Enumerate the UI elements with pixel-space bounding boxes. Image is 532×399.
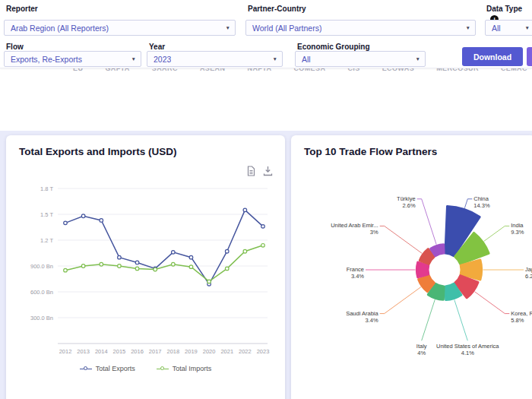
data-point[interactable] [81,214,85,218]
top-partners-title: Top 10 Trade Flow Partners [291,135,532,157]
x-axis-tick-label: 2021 [220,348,233,355]
chevron-down-icon: ▼ [273,56,277,62]
dashboard-page: Reporter Arab Region (All Reporters) ▼ P… [0,0,532,399]
economic-grouping-label: Economic Grouping [297,43,370,51]
y-axis-tick-label: 600.0 Bn [30,289,53,296]
data-type-value: All [492,24,501,33]
data-point[interactable] [243,208,247,212]
label-leader-line [380,287,421,314]
economic-grouping-value: All [302,55,311,64]
economic-grouping-tab[interactable]: SAARC [152,68,178,74]
partner-select[interactable]: World (All Partners) ▼ [245,20,476,36]
economic-grouping-select[interactable]: All ▼ [295,51,426,67]
groupings-band: EUGAFTASAARCASEANNAFTACOMESACISECOWASMER… [0,68,532,131]
x-axis-tick-label: 2018 [166,348,179,355]
chart-toolbar [246,166,273,176]
partner-label: Türkiye2.6% [397,195,416,209]
label-leader-line [417,199,436,245]
grouping-tabs-strip: EUGAFTASAARCASEANNAFTACOMESACISECOWASMER… [0,68,532,80]
year-value: 2023 [154,55,171,64]
chevron-down-icon: ▼ [466,25,470,30]
label-leader-line [475,292,510,314]
partner-value: World (All Partners) [252,24,321,33]
exports-imports-title: Total Exports and Imports (USD) [6,135,285,157]
legend-item[interactable]: Total Exports [80,365,135,372]
data-point[interactable] [261,244,265,248]
label-leader-line [454,300,467,341]
data-type-select[interactable]: All ▼ [485,20,532,36]
economic-grouping-tab[interactable]: COMESA [293,68,325,74]
year-select[interactable]: 2023 ▼ [147,51,283,67]
data-point[interactable] [64,221,68,225]
top-partners-card: Top 10 Trade Flow Partners China14.3%Ind… [291,135,532,399]
partner-label: Partner-Country [248,5,306,13]
legend-item[interactable]: Total Imports [157,365,212,372]
data-point[interactable] [100,219,103,223]
download-chart-icon[interactable] [263,166,273,176]
y-axis-tick-label: 1.5 T [40,211,53,218]
partner-label: Korea, R...5.8% [511,310,532,324]
data-point[interactable] [207,280,211,283]
data-point[interactable] [100,262,103,266]
x-axis-tick-label: 2020 [203,348,216,355]
y-axis-tick-label: 900.0 Bn [30,263,53,270]
data-point[interactable] [135,267,139,271]
export-data-icon[interactable] [246,166,256,176]
partner-label: Japan6.2% [525,266,532,280]
legend-label: Total Exports [96,365,135,372]
data-point[interactable] [172,251,176,255]
x-axis-tick-label: 2017 [149,348,162,355]
top-partners-rose-chart[interactable]: China14.3%India9.3%Japan6.2%Korea, R...5… [291,169,532,397]
partner-label: United States of America4.1% [436,343,499,356]
label-leader-line [484,226,510,241]
label-leader-line [464,199,472,208]
data-point[interactable] [225,267,229,271]
partner-label: Italy4% [416,343,427,356]
economic-grouping-tab[interactable]: GAFTA [105,68,129,74]
economic-grouping-tab[interactable]: MERCOSUR [436,68,479,74]
label-leader-line [380,226,422,253]
economic-grouping-tab[interactable]: CEMAC [501,68,527,74]
data-point[interactable] [261,225,265,229]
label-leader-line [422,299,435,340]
economic-grouping-tab[interactable]: NAFTA [247,68,271,74]
flow-select[interactable]: Exports, Re-Exports ▼ [4,51,141,67]
line-chart-legend: Total ExportsTotal Imports [6,365,285,372]
download-button[interactable]: Download [462,47,523,66]
data-point[interactable] [81,264,85,268]
reporter-select[interactable]: Arab Region (All Reporters) ▼ [4,20,236,36]
data-point[interactable] [154,268,157,271]
economic-grouping-tab[interactable]: ASEAN [200,68,226,74]
data-point[interactable] [172,262,176,266]
partner-label: United Arab Emir...3% [331,222,378,236]
x-axis-tick-label: 2019 [185,348,198,355]
x-axis-tick-label: 2013 [77,348,90,355]
exports-imports-card: Total Exports and Imports (USD) 300.0 Bn… [6,135,285,399]
data-point[interactable] [225,249,229,253]
partner-label: Saudi Arabia3.4% [346,310,378,324]
data-point[interactable] [118,255,122,259]
economic-grouping-tab[interactable]: CIS [347,68,359,74]
legend-marker [80,369,92,369]
data-point[interactable] [135,261,139,264]
data-point[interactable] [189,255,193,259]
rose-petal[interactable] [416,262,428,277]
partner-label: France3.4% [347,266,365,280]
exports-imports-line-chart[interactable]: 300.0 Bn600.0 Bn900.0 Bn1.2 T1.5 T1.8 T2… [9,179,281,359]
data-point[interactable] [189,265,193,269]
economic-grouping-tab[interactable]: ECOWAS [382,68,414,74]
data-point[interactable] [118,264,122,268]
series-line [65,210,263,283]
x-axis-tick-label: 2022 [239,348,252,355]
chevron-down-icon: ▼ [131,56,136,62]
y-axis-tick-label: 300.0 Bn [30,315,53,321]
data-point[interactable] [64,268,68,272]
year-label: Year [149,43,165,51]
economic-grouping-tab[interactable]: EU [73,68,83,74]
secondary-action-button[interactable] [527,47,532,66]
x-axis-tick-label: 2015 [113,348,126,355]
data-point[interactable] [243,249,247,253]
y-axis-tick-label: 1.8 T [40,185,53,192]
legend-marker [157,369,169,369]
flow-value: Exports, Re-Exports [11,55,82,64]
